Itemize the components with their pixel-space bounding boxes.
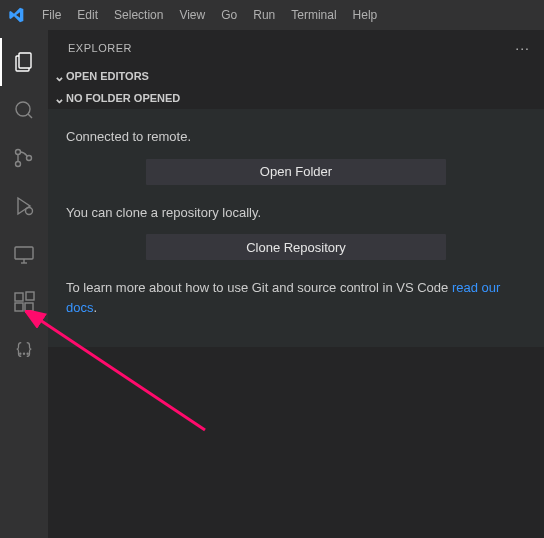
svg-point-19	[23, 353, 24, 354]
svg-marker-6	[18, 198, 30, 214]
menu-terminal[interactable]: Terminal	[283, 0, 344, 30]
menu-bar: File Edit Selection View Go Run Terminal…	[34, 0, 385, 30]
no-folder-section[interactable]: ⌄ NO FOLDER OPENED	[48, 87, 544, 109]
menu-view[interactable]: View	[171, 0, 213, 30]
remote-explorer-icon[interactable]	[0, 230, 48, 278]
json-outline-icon[interactable]	[0, 326, 48, 374]
svg-rect-17	[26, 292, 34, 300]
svg-point-18	[20, 353, 21, 354]
open-folder-button[interactable]: Open Folder	[146, 159, 446, 185]
svg-rect-15	[15, 303, 23, 311]
learn-suffix: .	[93, 300, 97, 315]
extensions-icon[interactable]	[0, 278, 48, 326]
menu-file[interactable]: File	[34, 0, 69, 30]
menu-selection[interactable]: Selection	[106, 0, 171, 30]
no-folder-panel: Connected to remote. Open Folder You can…	[48, 109, 544, 347]
open-editors-label: OPEN EDITORS	[66, 70, 149, 82]
clone-repository-button[interactable]: Clone Repository	[146, 234, 446, 260]
activity-bar	[0, 30, 48, 538]
more-actions-icon[interactable]: ···	[515, 40, 530, 56]
menu-run[interactable]: Run	[245, 0, 283, 30]
chevron-down-icon: ⌄	[52, 91, 66, 106]
explorer-icon[interactable]	[0, 38, 48, 86]
svg-line-2	[28, 114, 32, 118]
svg-point-5	[27, 156, 32, 161]
menu-go[interactable]: Go	[213, 0, 245, 30]
menu-help[interactable]: Help	[345, 0, 386, 30]
source-control-icon[interactable]	[0, 134, 48, 182]
learn-more-text: To learn more about how to use Git and s…	[66, 278, 526, 317]
clone-text: You can clone a repository locally.	[66, 203, 526, 223]
chevron-down-icon: ⌄	[52, 69, 66, 84]
sidebar-title: EXPLORER	[68, 42, 132, 54]
title-bar: File Edit Selection View Go Run Terminal…	[0, 0, 544, 30]
svg-point-20	[27, 353, 28, 354]
connected-text: Connected to remote.	[66, 127, 526, 147]
sidebar-header: EXPLORER ···	[48, 30, 544, 65]
search-icon[interactable]	[0, 86, 48, 134]
learn-prefix: To learn more about how to use Git and s…	[66, 280, 452, 295]
svg-rect-0	[19, 53, 31, 68]
open-editors-section[interactable]: ⌄ OPEN EDITORS	[48, 65, 544, 87]
svg-point-7	[26, 208, 33, 215]
vscode-logo-icon	[8, 7, 24, 23]
svg-rect-14	[15, 293, 23, 301]
menu-edit[interactable]: Edit	[69, 0, 106, 30]
run-debug-icon[interactable]	[0, 182, 48, 230]
svg-rect-11	[15, 247, 33, 259]
explorer-sidebar: EXPLORER ··· ⌄ OPEN EDITORS ⌄ NO FOLDER …	[48, 30, 544, 538]
svg-point-4	[16, 162, 21, 167]
svg-rect-16	[25, 303, 33, 311]
svg-point-1	[16, 102, 30, 116]
svg-point-3	[16, 150, 21, 155]
no-folder-label: NO FOLDER OPENED	[66, 92, 180, 104]
